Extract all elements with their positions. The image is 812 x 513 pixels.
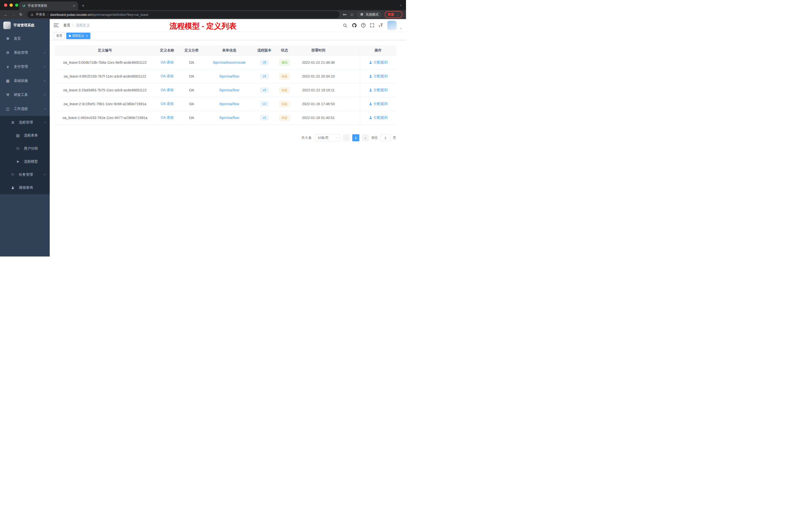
definition-id: oa_leave:5:004b710b-7b8a-11ec-8ef0-acde4…: [55, 56, 155, 69]
briefcase-icon: ◫: [5, 107, 10, 111]
sidebar-item-workflow[interactable]: ◫ 工作流程 ›: [0, 102, 50, 116]
sidebar-item-home[interactable]: ☸ 首页: [0, 32, 50, 46]
tags-view: 首页 流程定义 ×: [50, 32, 406, 40]
key-icon[interactable]: [343, 12, 347, 17]
chevron-up-icon: ›: [43, 109, 47, 110]
users-icon: ⚇: [15, 146, 21, 151]
definition-id: oa_leave:2:3c1f0ef1-76b1-11ec-9c66-a2380…: [55, 97, 155, 111]
form-icon: ▤: [15, 133, 21, 138]
browser-tab[interactable]: 芋道管理系统 ×: [19, 1, 78, 10]
sidebar-item-user-group[interactable]: ⚇ 用户分组: [0, 142, 50, 155]
sidebar-item-leave-query[interactable]: ♟ 请假查询: [0, 181, 50, 194]
definition-name-link[interactable]: OA 请假: [161, 102, 174, 106]
definition-category: OA: [179, 97, 204, 111]
tree-list-icon: ≣: [10, 120, 16, 125]
back-icon[interactable]: ←: [2, 12, 9, 17]
current-page-button[interactable]: 1: [352, 134, 359, 141]
form-link[interactable]: /bpm/oa/flow: [219, 74, 239, 78]
definition-name-link[interactable]: OA 请假: [161, 60, 174, 65]
page-size-select[interactable]: 10条/页 ›: [315, 134, 340, 141]
minimize-window-button[interactable]: [9, 3, 13, 7]
version-badge: v4: [260, 74, 269, 79]
form-link[interactable]: /bpm/oa/flow: [219, 116, 239, 120]
sidebar-item-process-model[interactable]: ➤ 流程模型: [0, 155, 50, 168]
tab-search-caret-icon[interactable]: ⌄: [399, 2, 402, 6]
chevron-down-icon: ›: [43, 52, 47, 53]
chevron-down-icon: ›: [43, 66, 47, 67]
more-menu-icon[interactable]: ⋮: [396, 12, 400, 17]
fullscreen-icon[interactable]: [370, 23, 374, 28]
pagination-total: 共 5 条: [301, 135, 312, 140]
tag-close-icon[interactable]: ×: [86, 34, 88, 38]
table-row: oa_leave:3:1fad3d93-7b75-11ec-a3c8-acde4…: [55, 83, 396, 97]
tab-close-icon[interactable]: ×: [73, 4, 75, 8]
breadcrumb-current: 流程定义: [76, 23, 90, 28]
definition-name-link[interactable]: OA 请假: [161, 88, 174, 92]
bookmark-star-icon[interactable]: ☆: [350, 12, 354, 17]
deploy-time: 2022-01-22 21:48:38: [294, 56, 342, 69]
breadcrumb: 首页 / 流程定义: [63, 23, 90, 28]
maximize-window-button[interactable]: [15, 3, 18, 7]
chevron-down-icon: ›: [43, 80, 47, 81]
url-domain: dashboard.yudao.iocoder.cn: [50, 13, 91, 17]
window-controls: [4, 3, 18, 7]
github-icon[interactable]: [352, 23, 357, 28]
incognito-label: 无痕模式: [366, 12, 379, 17]
table-row: oa_leave:4:991f2193-7b7f-11ec-a3c8-acde4…: [55, 69, 396, 83]
sidebar-item-process-form[interactable]: ▤ 流程表单: [0, 129, 50, 142]
assign-rule-link[interactable]: 分配规则: [369, 88, 388, 92]
definition-name-link[interactable]: OA 请假: [161, 116, 174, 120]
send-icon: ➤: [15, 159, 21, 164]
search-icon[interactable]: [343, 23, 348, 28]
prev-page-button[interactable]: ‹: [343, 134, 350, 141]
avatar-caret-icon[interactable]: ⌄: [400, 26, 402, 30]
breadcrumb-home[interactable]: 首页: [63, 23, 70, 28]
person-icon: ♟: [10, 185, 16, 190]
sidebar-toggle-icon[interactable]: [54, 24, 59, 27]
col-definition-id: 定义编号: [55, 45, 155, 56]
status-badge: 挂起: [279, 73, 290, 80]
next-page-button[interactable]: ›: [362, 134, 369, 141]
status-badge: 激活: [279, 59, 290, 66]
tag-home[interactable]: 首页: [54, 33, 65, 39]
form-link[interactable]: /bpm/oa/flow: [219, 102, 239, 106]
sidebar-item-payment[interactable]: ¥ 支付管理 ›: [0, 60, 50, 74]
person-icon: [369, 74, 372, 78]
sidebar-item-system[interactable]: ⚙ 系统管理 ›: [0, 46, 50, 60]
sidebar-item-infrastructure[interactable]: ▦ 基础设施 ›: [0, 74, 50, 88]
assign-rule-link[interactable]: 分配规则: [369, 74, 388, 79]
avatar[interactable]: [387, 21, 397, 30]
close-window-button[interactable]: [4, 3, 7, 7]
tab-title: 芋道管理系统: [28, 3, 71, 8]
sidebar-item-task-management[interactable]: ⚐ 任务管理 ›: [0, 168, 50, 181]
form-link[interactable]: /bpm/oa/flow: [219, 88, 239, 92]
address-bar[interactable]: ⚠ 不安全 | dashboard.yudao.iocoder.cn/bpm/m…: [27, 11, 340, 18]
person-icon: [369, 102, 372, 105]
assign-rule-link[interactable]: 分配规则: [369, 60, 388, 65]
app-title: 芋道管理系统: [13, 23, 34, 28]
reload-icon[interactable]: ↻: [18, 12, 24, 17]
sidebar-item-devtools[interactable]: ⚒ 研发工具 ›: [0, 88, 50, 102]
definition-table: 定义编号 定义名称 定义分类 表单信息 流程版本 状态 部署时间 操作 oa_l…: [55, 45, 396, 125]
assign-rule-link[interactable]: 分配规则: [369, 102, 388, 106]
definition-category: OA: [179, 56, 204, 69]
definition-id: oa_leave:3:1fad3d93-7b75-11ec-a3c8-acde4…: [55, 83, 155, 97]
font-size-icon[interactable]: TT: [379, 23, 383, 28]
status-badge: 挂起: [279, 101, 290, 107]
assign-rule-link[interactable]: 分配规则: [369, 116, 388, 120]
tag-process-definition[interactable]: 流程定义 ×: [66, 33, 90, 39]
sidebar-logo[interactable]: 芋道管理系统: [0, 19, 50, 32]
help-icon[interactable]: ?: [361, 23, 366, 28]
incognito-badge: 无痕模式: [357, 11, 382, 18]
forward-icon[interactable]: →: [10, 12, 17, 17]
goto-page-input[interactable]: [380, 134, 390, 141]
new-tab-button[interactable]: +: [82, 3, 85, 8]
chevron-down-icon: ›: [43, 94, 47, 95]
form-link[interactable]: /bpm/oa/leave/create: [213, 60, 246, 64]
browser-update-button[interactable]: 更新 ⋮: [385, 11, 403, 18]
sidebar-item-process-management[interactable]: ≣ 流程管理 ›: [0, 116, 50, 129]
chevron-down-icon: ›: [43, 174, 47, 175]
security-label[interactable]: 不安全: [36, 12, 46, 17]
definition-name-link[interactable]: OA 请假: [161, 74, 174, 79]
toolbar-right: ☆ 无痕模式 更新 ⋮: [343, 11, 404, 18]
